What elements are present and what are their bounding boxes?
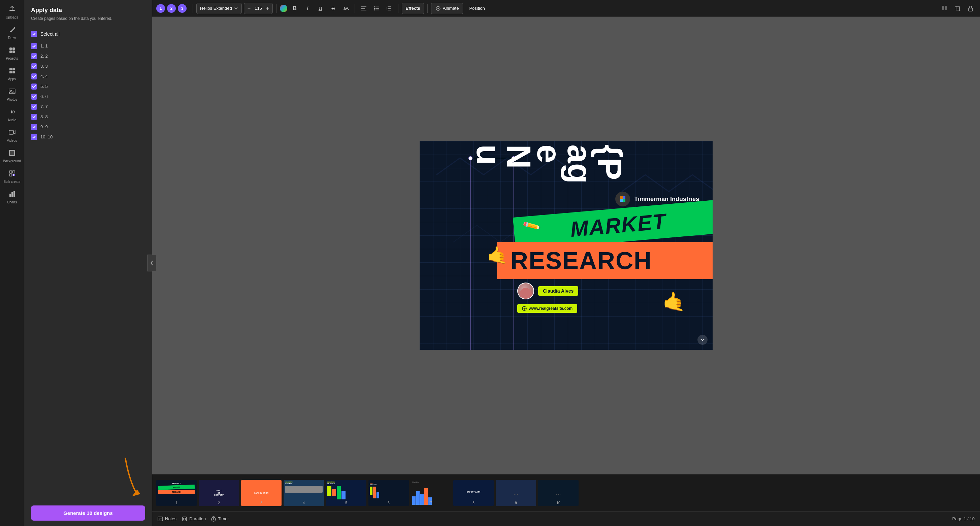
svg-rect-36: [942, 6, 944, 8]
item-6-checkbox[interactable]: [31, 94, 37, 100]
item-3-checkbox[interactable]: [31, 63, 37, 69]
crop-icon-button[interactable]: [952, 3, 963, 14]
text-color-button[interactable]: [280, 5, 287, 12]
film-thumb-1[interactable]: MARKET MARKET RESEARCH 1: [156, 480, 197, 506]
film-thumb-6-num: 6: [388, 501, 390, 505]
film-thumb-9[interactable]: ... 9: [496, 480, 536, 506]
decrease-font-size-button[interactable]: −: [246, 5, 252, 11]
film-thumb-3[interactable]: INtRODUCTION 3: [241, 480, 282, 506]
list-item[interactable]: 6. 6: [31, 92, 145, 102]
sidebar-item-bulk-create[interactable]: Bulk create: [2, 167, 23, 186]
item-9-label: 9. 9: [40, 124, 48, 129]
selection-handle-tl[interactable]: [468, 156, 473, 160]
item-4-checkbox[interactable]: [31, 73, 37, 79]
company-logo: [615, 192, 630, 207]
sidebar-item-projects[interactable]: Projects: [2, 44, 23, 63]
italic-button[interactable]: I: [302, 3, 313, 14]
step-1-bubble[interactable]: 1: [156, 4, 165, 13]
canvas-slide[interactable]: {P ag e N u Timmerman Industries: [420, 141, 713, 350]
list-item[interactable]: 7. 7: [31, 102, 145, 112]
list-item[interactable]: 2. 2: [31, 51, 145, 61]
item-10-checkbox[interactable]: [31, 134, 37, 140]
collapse-panel-button[interactable]: [147, 254, 157, 272]
list-item[interactable]: 1. 1: [31, 41, 145, 51]
generate-button[interactable]: Generate 10 designs: [31, 505, 145, 521]
step-bubbles: 1 2 3: [156, 4, 186, 13]
item-8-checkbox[interactable]: [31, 114, 37, 120]
sidebar-item-photos[interactable]: Photos: [2, 85, 23, 104]
list-button[interactable]: [371, 3, 382, 14]
lock-icon-button[interactable]: [965, 3, 976, 14]
sidebar-item-uploads[interactable]: Uploads: [2, 3, 23, 22]
list-item[interactable]: 10. 10: [31, 132, 145, 142]
scroll-indicator[interactable]: [697, 335, 708, 345]
notes-button[interactable]: Notes: [158, 516, 177, 521]
timer-icon: [211, 516, 216, 521]
list-item[interactable]: 5. 5: [31, 81, 145, 92]
item-7-label: 7. 7: [40, 104, 48, 109]
sidebar-label-photos: Photos: [7, 98, 17, 102]
select-all-row[interactable]: Select all: [31, 28, 145, 40]
item-6-label: 6. 6: [40, 94, 48, 99]
sidebar-label-uploads: Uploads: [6, 16, 18, 19]
case-button[interactable]: aA: [340, 3, 351, 14]
item-4-label: 4. 4: [40, 74, 48, 79]
page-indicator: Page 1 / 10: [952, 516, 975, 521]
sidebar-item-background[interactable]: Background: [2, 146, 23, 166]
film-thumb-6[interactable]: DATA ANALYSIS 6: [368, 480, 409, 506]
step-3-bubble[interactable]: 3: [178, 4, 186, 13]
list-item[interactable]: 4. 4: [31, 72, 145, 81]
svg-rect-6: [13, 68, 15, 70]
svg-rect-42: [623, 196, 625, 199]
spacing-button[interactable]: [384, 3, 395, 14]
sidebar-item-audio[interactable]: Audio: [2, 105, 23, 125]
toolbar-separator-5: [427, 4, 428, 13]
svg-rect-14: [10, 171, 12, 173]
strikethrough-button[interactable]: S: [328, 3, 339, 14]
film-thumb-4-num: 4: [303, 501, 305, 505]
draw-icon: [8, 26, 16, 35]
sidebar-item-charts[interactable]: Charts: [2, 188, 23, 207]
duration-button[interactable]: Duration: [182, 516, 206, 521]
position-button[interactable]: Position: [465, 3, 488, 14]
increase-font-size-button[interactable]: +: [265, 5, 270, 11]
sidebar-item-apps[interactable]: Apps: [2, 64, 23, 84]
item-9-checkbox[interactable]: [31, 124, 37, 130]
notes-label: Notes: [165, 516, 177, 521]
animate-button[interactable]: Animate: [431, 3, 463, 14]
bold-button[interactable]: B: [289, 3, 300, 14]
film-thumb-5[interactable]: RESEARCH OBJECTIVE 5: [326, 480, 366, 506]
film-thumb-5-num: 5: [345, 501, 347, 505]
item-1-checkbox[interactable]: [31, 43, 37, 49]
list-item[interactable]: 3. 3: [31, 61, 145, 72]
select-all-checkbox[interactable]: [31, 31, 37, 37]
film-thumb-7[interactable]: Chart data 7: [411, 480, 451, 506]
item-2-checkbox[interactable]: [31, 53, 37, 59]
svg-rect-40: [969, 8, 973, 11]
timer-button[interactable]: Timer: [211, 516, 229, 521]
item-5-checkbox[interactable]: [31, 84, 37, 90]
film-thumb-2[interactable]: TABLE OF CONTENT 2: [199, 480, 239, 506]
list-item[interactable]: 9. 9: [31, 122, 145, 132]
svg-rect-44: [623, 199, 625, 202]
item-2-label: 2. 2: [40, 54, 48, 59]
film-thumb-4[interactable]: EXECUTIVE SUMMARY 4: [283, 480, 324, 506]
step-2-bubble[interactable]: 2: [167, 4, 176, 13]
item-7-checkbox[interactable]: [31, 104, 37, 110]
list-item[interactable]: 8. 8: [31, 112, 145, 122]
panel-content: Select all 1. 1 2. 2 3. 3 4. 4: [24, 25, 152, 500]
panel-description: Create pages based on the data you enter…: [31, 16, 145, 22]
sidebar-item-videos[interactable]: Videos: [2, 126, 23, 145]
film-thumb-10[interactable]: ... 10: [538, 480, 579, 506]
font-family-select[interactable]: Helios Extended: [196, 3, 242, 14]
font-size-control: − 115 +: [244, 3, 273, 14]
align-button[interactable]: [358, 3, 369, 14]
effects-button[interactable]: Effects: [402, 3, 424, 14]
uploads-icon: [8, 5, 16, 14]
grid-icon-button[interactable]: [940, 3, 950, 14]
sidebar-item-draw[interactable]: Draw: [2, 23, 23, 43]
panel-footer: Generate 10 designs: [24, 500, 152, 526]
film-thumb-8[interactable]: OPPORTUnITY 8: [453, 480, 494, 506]
svg-point-25: [374, 6, 375, 7]
underline-button[interactable]: U: [315, 3, 326, 14]
